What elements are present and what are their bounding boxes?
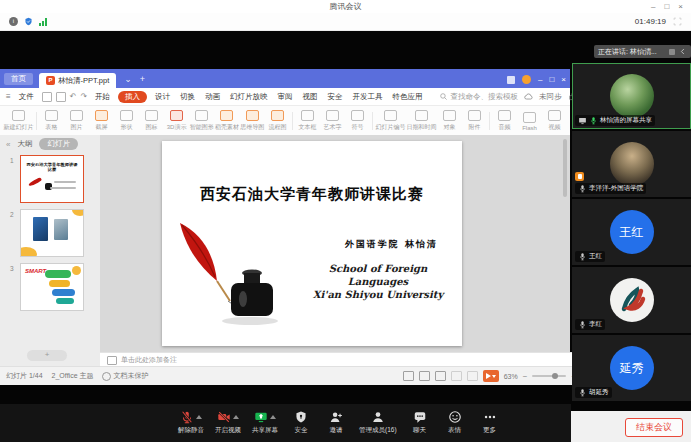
security-button[interactable]: 安全 xyxy=(289,409,313,435)
menu-devtools[interactable]: 开发工具 xyxy=(351,91,385,103)
minimize-button[interactable]: – xyxy=(651,2,655,11)
participant-tile-screen-share[interactable]: 林怡清的屏幕共享 xyxy=(572,63,691,129)
participant-tile[interactable]: 李红 xyxy=(572,267,691,333)
account-avatar[interactable] xyxy=(522,75,531,84)
view-icon-disabled xyxy=(467,371,478,381)
slide-thumbnail-1[interactable]: 西安石油大学青年教师讲课比赛 xyxy=(20,155,84,203)
banner-collapse-icon[interactable] xyxy=(678,47,687,56)
zoom-slider-knob[interactable] xyxy=(552,373,558,379)
menu-file[interactable]: 文件 xyxy=(17,91,36,103)
share-screen-button[interactable]: 共享屏幕 xyxy=(252,409,278,435)
normal-view-icon[interactable] xyxy=(403,371,414,381)
participant-name: 李洋洋-外国语学院 xyxy=(589,184,643,193)
ribbon-3d[interactable]: 3D演示 xyxy=(164,110,189,132)
hamburger-icon[interactable]: ≡ xyxy=(6,92,11,101)
undo-icon[interactable]: ↶ xyxy=(70,92,77,101)
ribbon-screenshot[interactable]: 截屏 xyxy=(89,110,114,132)
menu-transition[interactable]: 切换 xyxy=(178,91,197,103)
slide-thumbnail-3[interactable]: SMART xyxy=(20,263,84,311)
start-video-button[interactable]: 开启视频 xyxy=(215,409,241,435)
protect-status[interactable]: 文档未保护 xyxy=(113,371,148,381)
menu-slideshow[interactable]: 幻灯片放映 xyxy=(228,91,270,103)
ribbon-symbol[interactable]: 符号 xyxy=(345,110,370,132)
menu-view[interactable]: 视图 xyxy=(301,91,320,103)
emoji-button[interactable]: 表情 xyxy=(443,409,467,435)
ribbon-flowchart[interactable]: 流程图 xyxy=(265,110,290,132)
menu-animation[interactable]: 动画 xyxy=(203,91,222,103)
message-icon[interactable] xyxy=(507,76,515,84)
canvas-scrollbar[interactable] xyxy=(563,139,567,197)
print-icon[interactable] xyxy=(56,92,66,102)
slide-sorter-icon[interactable] xyxy=(419,371,430,381)
zoom-slider[interactable] xyxy=(532,375,566,377)
unmute-button[interactable]: 解除静音 xyxy=(178,409,204,435)
save-icon[interactable] xyxy=(42,92,52,102)
meeting-security-shield-icon[interactable] xyxy=(24,17,33,26)
notes-bar[interactable]: 单击此处添加备注 xyxy=(100,352,584,367)
collapse-panel-icon[interactable]: « xyxy=(6,140,10,149)
ribbon-smartart[interactable]: 智能图形 xyxy=(189,110,214,132)
invite-button[interactable]: 邀请 xyxy=(324,409,348,435)
ribbon-shapes[interactable]: 形状 xyxy=(114,110,139,132)
menu-review[interactable]: 审阅 xyxy=(276,91,295,103)
command-search[interactable]: 查找命令、搜索模板 xyxy=(439,92,519,102)
ribbon-video[interactable]: 视频 xyxy=(542,110,567,132)
meeting-info-icon[interactable]: i xyxy=(9,17,18,26)
wps-home-tab[interactable]: 首页 xyxy=(4,73,33,85)
ribbon-table[interactable]: 表格 xyxy=(39,110,64,132)
ribbon-object[interactable]: 对象 xyxy=(437,110,462,132)
current-slide[interactable]: 西安石油大学青年教师讲课比赛 外国语学院 林怡清 School of Forei… xyxy=(162,141,462,346)
ribbon-icons[interactable]: 图标 xyxy=(139,110,164,132)
menu-start[interactable]: 开始 xyxy=(93,91,112,103)
ribbon-audio[interactable]: 音频 xyxy=(492,110,517,132)
ribbon-wordart[interactable]: 艺术字 xyxy=(320,110,345,132)
more-button[interactable]: 更多 xyxy=(478,409,502,435)
participant-tile[interactable]: 王红 王红 xyxy=(572,199,691,265)
slide-canvas-area[interactable]: 西安石油大学青年教师讲课比赛 外国语学院 林怡清 School of Forei… xyxy=(100,135,570,352)
ribbon-attachment[interactable]: 附件 xyxy=(462,110,487,132)
avatar xyxy=(610,142,654,186)
menu-special-apps[interactable]: 特色应用 xyxy=(391,91,425,103)
share-options-caret[interactable] xyxy=(270,415,276,419)
banner-pin-icon[interactable] xyxy=(669,49,675,55)
participant-tile[interactable]: 延秀 胡延秀 xyxy=(572,335,691,401)
maximize-button[interactable]: □ xyxy=(664,2,669,11)
reading-view-icon[interactable] xyxy=(435,371,446,381)
mic-options-caret[interactable] xyxy=(196,415,202,419)
theme-name[interactable]: 2_Office 主题 xyxy=(52,371,94,381)
end-meeting-button[interactable]: 结束会议 xyxy=(625,418,683,437)
fullscreen-icon[interactable] xyxy=(673,17,682,26)
sync-status[interactable]: 未同步 xyxy=(539,92,562,102)
new-tab-icon[interactable]: + xyxy=(140,74,145,84)
manage-members-button[interactable]: 管理成员(16) xyxy=(359,409,397,435)
wps-maximize-icon[interactable]: □ xyxy=(549,75,554,84)
command-search-placeholder: 查找命令、搜索模板 xyxy=(451,92,519,102)
wps-close-icon[interactable]: × xyxy=(561,75,566,84)
close-button[interactable]: × xyxy=(678,2,683,11)
menu-security[interactable]: 安全 xyxy=(326,91,345,103)
ribbon-flash[interactable]: Flash xyxy=(517,112,542,131)
ribbon-picture[interactable]: 图片 xyxy=(64,110,89,132)
ribbon-slide-number[interactable]: 幻灯片编号 xyxy=(375,110,406,132)
video-options-caret[interactable] xyxy=(233,415,239,419)
zoom-out-icon[interactable]: − xyxy=(523,372,528,381)
ribbon-mindmap[interactable]: 思维导图 xyxy=(240,110,265,132)
ribbon-docer[interactable]: 稻壳素材 xyxy=(214,110,239,132)
play-slideshow-button[interactable] xyxy=(483,370,499,382)
wps-minimize-icon[interactable]: – xyxy=(538,75,542,84)
wps-document-tab[interactable]: P 林怡清-PPT.ppt xyxy=(39,73,116,88)
add-slide-button[interactable]: + xyxy=(27,350,67,361)
redo-icon[interactable]: ↷ xyxy=(80,92,87,101)
tab-outline[interactable]: 大纲 xyxy=(17,139,32,149)
participant-tile[interactable]: 李洋洋-外国语学院 xyxy=(572,131,691,197)
ribbon-textbox[interactable]: 文本框 xyxy=(295,110,320,132)
tab-list-caret-icon[interactable]: ⌄ xyxy=(124,74,132,84)
ribbon-date-time[interactable]: 日期和时间 xyxy=(406,110,437,132)
slide-thumbnail-2[interactable] xyxy=(20,209,84,257)
menu-design[interactable]: 设计 xyxy=(153,91,172,103)
chat-button[interactable]: 聊天 xyxy=(408,409,432,435)
ribbon-new-slide[interactable]: 新建幻灯片 xyxy=(3,110,34,132)
tab-slides[interactable]: 幻灯片 xyxy=(39,138,78,150)
menu-insert-active[interactable]: 插入 xyxy=(118,91,147,103)
slide-number-icon xyxy=(384,110,397,121)
